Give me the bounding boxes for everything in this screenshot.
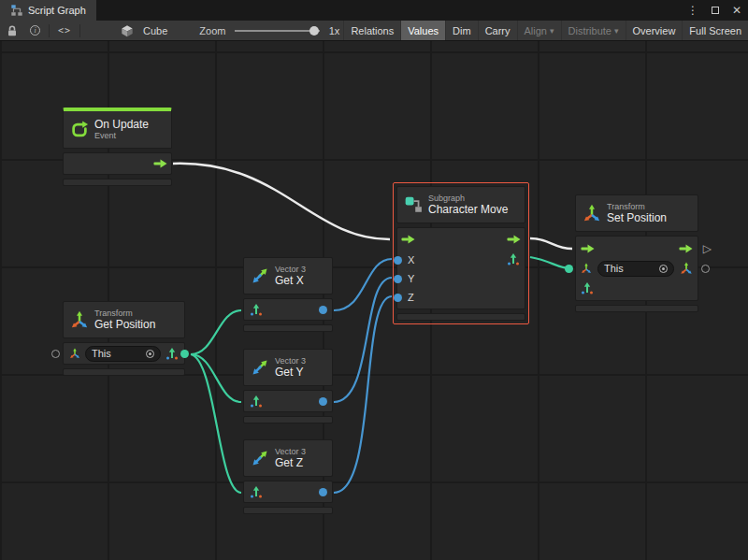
port-label-x: X (408, 254, 414, 266)
port-label-y: Y (408, 273, 414, 284)
this-field-value: This (604, 263, 624, 274)
float-output-port[interactable] (319, 306, 327, 314)
wire-flow-onupdate-to-charactermove[interactable] (173, 164, 390, 239)
wire-float-gety-to-charactermove-y[interactable] (334, 278, 392, 402)
vector3-input-icon[interactable] (581, 281, 594, 294)
node-header: Transform Get Position (63, 301, 185, 338)
cube-icon (115, 21, 139, 40)
z-input-port[interactable] (394, 294, 402, 302)
this-input-port[interactable] (51, 350, 60, 358)
maximize-icon (712, 7, 719, 14)
input-row-x: X (394, 251, 414, 269)
chevron-down-icon: ▾ (614, 26, 619, 36)
node-port-row (243, 390, 333, 412)
node-footer (396, 313, 525, 321)
node-header: Vector 3 Get Z (243, 439, 333, 477)
y-input-port[interactable] (394, 275, 402, 283)
relations-button[interactable]: Relations (343, 21, 400, 40)
distribute-button[interactable]: Distribute ▾ (561, 21, 626, 40)
node-get-y[interactable]: Vector 3 Get Y (243, 349, 333, 424)
tab-script-graph[interactable]: Script Graph (0, 0, 96, 21)
flow-input-port[interactable] (401, 235, 415, 244)
node-set-position[interactable]: Transform Set Position This ▷ (575, 194, 698, 312)
zoom-slider[interactable] (235, 24, 319, 37)
window-tab-bar: Script Graph ⋮ ✕ (0, 0, 748, 21)
overview-button[interactable]: Overview (626, 21, 683, 40)
selection-outline: Subgraph Character Move X Y Z (393, 182, 529, 324)
unconnected-value-port[interactable] (701, 265, 710, 273)
float-output-port[interactable] (319, 488, 327, 496)
dim-button[interactable]: Dim (445, 21, 478, 40)
align-button[interactable]: Align ▾ (517, 21, 561, 40)
node-footer (575, 305, 698, 312)
this-input-port[interactable] (565, 265, 573, 273)
zoom-slider-knob[interactable] (309, 26, 319, 36)
values-button[interactable]: Values (400, 21, 445, 40)
wire-flow-charactermove-to-setposition[interactable] (530, 238, 572, 249)
float-output-port[interactable] (319, 397, 327, 406)
node-footer (243, 507, 333, 514)
zoom-label: Zoom (195, 25, 229, 36)
lock-button[interactable] (0, 21, 24, 40)
carry-button[interactable]: Carry (478, 21, 517, 40)
chevron-down-icon: ▾ (550, 26, 554, 36)
node-get-position[interactable]: Transform Get Position This (63, 301, 185, 376)
unconnected-flow-port[interactable]: ▷ (703, 243, 712, 254)
this-object-field[interactable]: This (85, 346, 161, 362)
node-get-x[interactable]: Vector 3 Get X (243, 257, 333, 332)
this-field-value: This (92, 348, 111, 359)
node-title: Get Z (275, 457, 306, 469)
vector3-input-icon[interactable] (250, 485, 263, 498)
transform-icon (583, 204, 601, 223)
flow-output-port[interactable] (507, 235, 521, 244)
port-label-z: Z (408, 292, 414, 303)
vector3-input-icon[interactable] (250, 395, 263, 408)
graph-canvas[interactable]: On Update Event Transform Get Position T… (0, 41, 748, 560)
input-row-z: Z (394, 288, 414, 307)
object-picker-icon[interactable] (146, 350, 154, 358)
info-button[interactable]: i (24, 21, 46, 40)
toolbar-button-group: Relations Values Dim Carry Align ▾ Distr… (343, 21, 748, 40)
this-object-field[interactable]: This (597, 261, 674, 277)
transform-type-icon (69, 348, 80, 359)
x-input-port[interactable] (394, 256, 402, 265)
transform-icon (70, 310, 89, 329)
node-header: Vector 3 Get Y (243, 349, 333, 386)
event-loop-icon (70, 121, 89, 139)
wire-vector-getposition-to-getx[interactable] (191, 310, 241, 354)
node-header: Transform Set Position (575, 194, 698, 232)
transform-output-icon[interactable] (680, 262, 693, 275)
full-screen-button[interactable]: Full Screen (682, 21, 748, 40)
node-on-update[interactable]: On Update Event (63, 108, 172, 186)
node-title: Set Position (607, 212, 667, 224)
node-port-row: This (63, 342, 185, 365)
wire-float-getz-to-charactermove-z[interactable] (334, 296, 392, 493)
window-close-button[interactable]: ✕ (726, 0, 748, 21)
node-title: Get Y (275, 366, 306, 379)
info-icon: i (30, 25, 40, 36)
window-menu-button[interactable]: ⋮ (681, 0, 705, 21)
node-port-row (63, 152, 172, 175)
code-view-button[interactable]: <> (52, 21, 77, 40)
node-header: Vector 3 Get X (243, 257, 333, 294)
distribute-label: Distribute (568, 25, 611, 36)
node-get-z[interactable]: Vector 3 Get Z (243, 439, 333, 514)
vector3-input-icon[interactable] (250, 303, 263, 316)
value-output-port[interactable] (180, 350, 189, 358)
target-object-label[interactable]: Cube (139, 25, 171, 36)
object-picker-icon[interactable] (659, 265, 668, 273)
flow-output-port[interactable] (679, 244, 693, 253)
wire-vector-getposition-to-getz[interactable] (191, 354, 241, 493)
window-maximize-button[interactable] (705, 0, 726, 21)
zoom-value: 1x (325, 25, 344, 36)
toolbar-separator (79, 24, 80, 37)
node-character-move[interactable]: Subgraph Character Move X Y Z (396, 186, 525, 321)
node-title: Character Move (428, 204, 508, 216)
vector3-output-port-icon[interactable] (507, 252, 520, 266)
flow-input-port[interactable] (581, 244, 595, 253)
input-row-y: Y (394, 269, 414, 288)
lock-icon (6, 24, 19, 37)
node-port-block: X Y Z (396, 227, 525, 309)
value-row (576, 279, 698, 297)
flow-output-port[interactable] (153, 159, 167, 168)
